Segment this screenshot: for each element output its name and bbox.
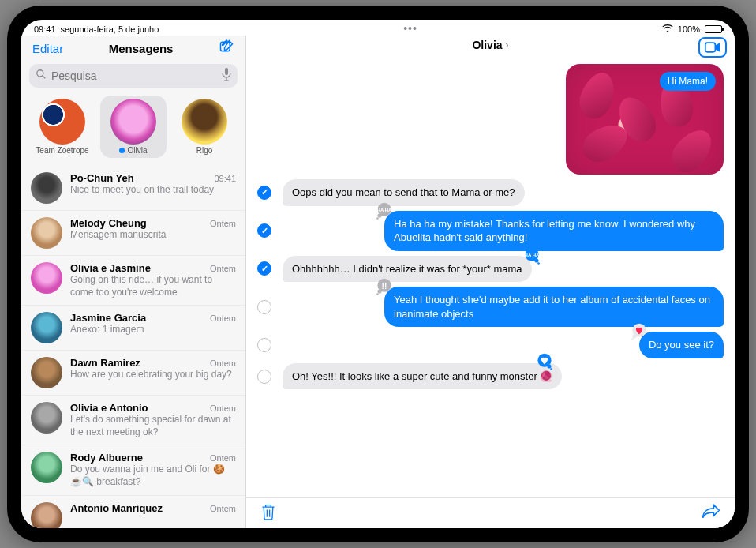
message-text: Do you see it? xyxy=(649,339,714,351)
avatar xyxy=(31,172,62,204)
pinned-label: Olivia xyxy=(119,146,147,155)
svg-rect-2 xyxy=(225,68,228,75)
battery-percent: 100% xyxy=(678,24,700,34)
pinned-conversation[interactable]: Rigo xyxy=(171,96,238,158)
status-time: 09:41 xyxy=(34,24,56,34)
message-select-checkbox[interactable] xyxy=(257,223,271,238)
message-bubble[interactable]: !! Yeah I thought she'd maybe add it to … xyxy=(384,287,724,327)
multitasking-dots[interactable]: ••• xyxy=(403,22,417,35)
conversation-name: Rody Albuerne xyxy=(70,452,143,464)
svg-rect-3 xyxy=(705,43,716,52)
avatar xyxy=(31,262,62,294)
message-bubble[interactable]: Oops did you mean to send that to Mama o… xyxy=(283,179,525,206)
message-list[interactable]: Hi Mama! Oops did you mean to send that … xyxy=(246,56,735,497)
chat-header[interactable]: Olivia › xyxy=(246,36,735,56)
svg-text:HA HA: HA HA xyxy=(524,252,539,257)
message-text: Ohhhhhhh… I didn't realize it was for *y… xyxy=(292,263,522,275)
selection-toolbar xyxy=(246,497,735,528)
sidebar-title: Mensagens xyxy=(109,42,174,55)
conversation-preview: Let's do something special for dawn at t… xyxy=(70,414,236,438)
conversation-time: 09:41 xyxy=(214,174,236,183)
dictate-icon[interactable] xyxy=(222,68,231,84)
conversation-item[interactable]: Olivia e Jasmine Ontem Going on this rid… xyxy=(21,256,245,306)
tapback-icon[interactable]: !! xyxy=(375,277,394,296)
avatar xyxy=(31,217,62,249)
search-input[interactable] xyxy=(51,69,217,82)
edit-button[interactable]: Editar xyxy=(32,42,63,55)
message-row: HA HA Ha ha ha my mistake! Thanks for le… xyxy=(249,211,724,251)
message-select-checkbox[interactable] xyxy=(257,261,271,276)
conversation-time: Ontem xyxy=(210,264,236,273)
avatar xyxy=(39,99,85,145)
avatar xyxy=(110,99,156,145)
chat-contact-name[interactable]: Olivia xyxy=(472,39,502,51)
conversation-item[interactable]: Melody Cheung Ontem Mensagem manuscrita xyxy=(21,211,245,256)
avatar xyxy=(31,452,62,483)
message-text: Ha ha ha my mistake! Thanks for letting … xyxy=(394,218,695,244)
message-row: Oops did you mean to send that to Mama o… xyxy=(249,179,724,206)
tapback-icon[interactable]: HA HA xyxy=(375,201,394,220)
conversation-item[interactable]: Po-Chun Yeh 09:41 Nice to meet you on th… xyxy=(21,166,245,211)
tapback-icon[interactable] xyxy=(535,352,554,371)
unread-dot-icon xyxy=(119,148,125,153)
message-select-checkbox[interactable] xyxy=(257,300,271,314)
conversation-preview: Do you wanna join me and Oli for 🍪☕🔍 bre… xyxy=(70,464,236,488)
delete-button[interactable] xyxy=(260,503,276,524)
conversation-item[interactable]: Olivia e Antonio Ontem Let's do somethin… xyxy=(21,396,245,445)
svg-point-17 xyxy=(632,335,636,339)
conversation-name: Olivia e Jasmine xyxy=(70,262,151,274)
photo-attachment[interactable]: Hi Mama! xyxy=(566,64,724,175)
avatar xyxy=(182,99,227,145)
avatar xyxy=(31,357,62,388)
conversation-name: Dawn Ramirez xyxy=(70,357,140,369)
pinned-conversation[interactable]: Olivia xyxy=(100,96,167,158)
message-text: Yeah I thought she'd maybe add it to her… xyxy=(394,294,710,320)
conversation-time: Ontem xyxy=(210,219,236,228)
tapback-icon[interactable] xyxy=(630,322,649,341)
svg-point-1 xyxy=(37,70,43,77)
conversation-item[interactable]: Rody Albuerne Ontem Do you wanna join me… xyxy=(21,445,245,495)
pinned-conversation[interactable]: Team Zoetrope xyxy=(29,96,95,158)
search-icon xyxy=(36,69,47,83)
pinned-label: Team Zoetrope xyxy=(36,146,88,155)
conversation-name: Melody Cheung xyxy=(70,217,147,229)
avatar xyxy=(31,502,62,528)
conversation-name: Antonio Manriquez xyxy=(70,502,163,514)
sidebar: Editar Mensagens xyxy=(21,36,246,528)
message-text: Oops did you mean to send that to Mama o… xyxy=(292,186,515,198)
message-bubble[interactable]: Do you see it? xyxy=(639,332,724,358)
conversation-time: Ontem xyxy=(210,453,236,463)
conversation-name: Po-Chun Yeh xyxy=(70,172,134,184)
svg-point-21 xyxy=(551,368,553,370)
message-row: Do you see it? xyxy=(249,332,724,358)
conversation-item[interactable]: Jasmine Garcia Ontem Anexo: 1 imagem xyxy=(21,306,245,351)
conversation-list[interactable]: Po-Chun Yeh 09:41 Nice to meet you on th… xyxy=(21,166,245,528)
svg-point-10 xyxy=(537,262,540,265)
conversation-item[interactable]: Dawn Ramirez Ontem How are you celebrati… xyxy=(21,351,245,396)
message-bubble[interactable]: Oh! Yes!!! It looks like a super cute an… xyxy=(283,363,562,390)
conversation-preview: Going on this ride… if you want to come … xyxy=(70,274,236,298)
search-box[interactable] xyxy=(29,64,238,88)
message-select-checkbox[interactable] xyxy=(257,370,271,384)
photo-caption: Hi Mama! xyxy=(660,72,716,91)
tapback-icon[interactable]: HA HA xyxy=(522,246,541,265)
pinned-row: Team Zoetrope Olivia Rigo xyxy=(21,92,245,166)
message-row: Hi Mama! xyxy=(249,64,724,175)
avatar xyxy=(31,402,62,434)
facetime-button[interactable] xyxy=(698,37,727,58)
conversation-item[interactable]: Antonio Manriquez Ontem xyxy=(21,496,245,528)
conversation-name: Jasmine Garcia xyxy=(70,312,146,324)
avatar xyxy=(31,312,62,343)
conversation-name: Olivia e Antonio xyxy=(70,402,148,414)
message-bubble[interactable]: HA HA Ha ha ha my mistake! Thanks for le… xyxy=(384,211,724,251)
message-row: Oh! Yes!!! It looks like a super cute an… xyxy=(249,363,724,390)
conversation-preview: Mensagem manuscrita xyxy=(70,229,236,242)
forward-button[interactable] xyxy=(702,504,720,523)
status-bar: 09:41 segunda-feira, 5 de junho ••• 100% xyxy=(21,20,735,36)
message-text: Oh! Yes!!! It looks like a super cute an… xyxy=(292,370,552,382)
message-select-checkbox[interactable] xyxy=(257,186,271,200)
message-select-checkbox[interactable] xyxy=(257,338,271,352)
message-bubble[interactable]: HA HA Ohhhhhhh… I didn't realize it was … xyxy=(283,256,532,283)
compose-button[interactable] xyxy=(219,39,234,58)
svg-text:!!: !! xyxy=(382,282,387,291)
